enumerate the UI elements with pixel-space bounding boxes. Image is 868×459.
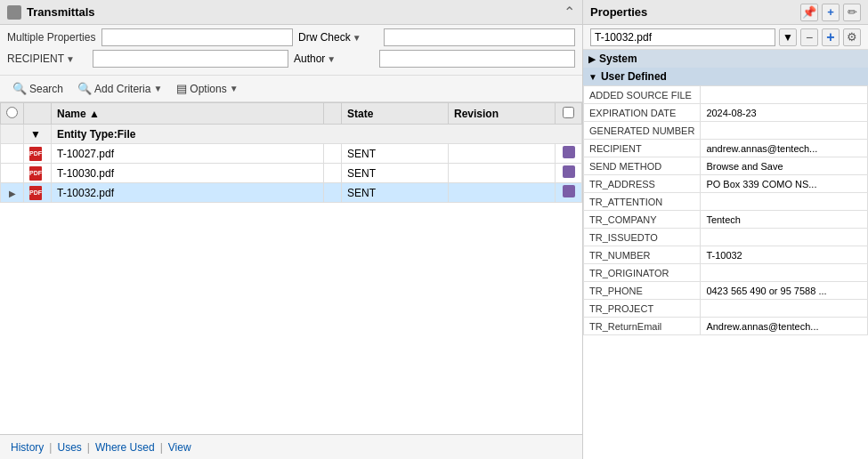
file-state: SENT	[342, 144, 449, 164]
section-user-defined[interactable]: ▼ User Defined	[583, 68, 868, 85]
prop-row: TR_ATTENTION	[584, 193, 868, 211]
prop-row: TR_ORIGINATOR	[584, 264, 868, 282]
file-name[interactable]: T-10027.pdf	[52, 144, 324, 164]
prop-value-13[interactable]: Andrew.annas@tentech...	[701, 318, 868, 335]
prop-row: GENERATED NUMBER	[584, 122, 868, 140]
prop-name-2: GENERATED NUMBER	[584, 122, 701, 140]
section-user-defined-label: User Defined	[601, 70, 667, 83]
tab-history[interactable]: History	[7, 441, 47, 454]
col-name-header[interactable]: Name ▲	[52, 103, 324, 125]
prop-value-6[interactable]	[701, 193, 868, 211]
prop-name-1: EXPIRATION DATE	[584, 104, 701, 122]
prop-name-6: TR_ATTENTION	[584, 193, 701, 211]
recipient-label: RECIPIENT ▼	[7, 52, 87, 65]
prop-value-0[interactable]	[701, 86, 868, 104]
tab-where-used[interactable]: Where Used	[92, 441, 158, 454]
file-name[interactable]: T-10030.pdf	[52, 164, 324, 183]
options-button[interactable]: ▤ Options ▼	[171, 80, 243, 97]
drw-check-arrow[interactable]: ▼	[353, 33, 361, 43]
props-table-container: ▶ System ▼ User Defined ADDED SOURCE FIL…	[583, 50, 868, 459]
add-criteria-button[interactable]: 🔍 Add Criteria ▼	[72, 80, 167, 97]
prop-name-7: TR_COMPANY	[584, 211, 701, 229]
selector-dropdown-btn[interactable]: ▼	[779, 28, 797, 46]
add-button[interactable]: +	[822, 4, 840, 21]
prop-row: TR_NUMBER T-10032	[584, 246, 868, 264]
add-criteria-arrow: ▼	[153, 84, 162, 93]
search-button[interactable]: 🔍 Search	[7, 80, 69, 97]
table-row[interactable]: PDF T-10030.pdf SENT	[1, 164, 582, 183]
props-title: Properties	[590, 5, 647, 19]
pdf-icon: PDF	[29, 147, 42, 161]
action-square[interactable]	[563, 185, 575, 197]
selector-action-btn[interactable]: ⚙	[843, 28, 861, 46]
author-input[interactable]	[379, 50, 575, 68]
prop-name-13: TR_ReturnEmail	[584, 318, 701, 335]
prop-value-12[interactable]	[701, 300, 868, 318]
left-panel: Transmittals ⌃ Multiple Properties Drw C…	[0, 0, 583, 459]
author-arrow[interactable]: ▼	[327, 54, 336, 64]
prop-row: TR_ReturnEmail Andrew.annas@tentech...	[584, 318, 868, 335]
row-expand-arrow[interactable]: ▶	[9, 189, 16, 198]
prop-value-4[interactable]: Browse and Save	[701, 157, 868, 175]
prop-name-0: ADDED SOURCE FILE	[584, 86, 701, 104]
action-square[interactable]	[563, 146, 575, 158]
prop-value-8[interactable]	[701, 229, 868, 246]
col-state-header[interactable]: State	[342, 103, 449, 125]
prop-value-2[interactable]	[701, 122, 868, 140]
tab-uses[interactable]: Uses	[53, 441, 85, 454]
table-row[interactable]: ▶ PDF T-10032.pdf SENT	[1, 183, 582, 203]
right-panel: Properties 📌 + ✏ T-10032.pdf ▼ − + ⚙ ▶ S…	[583, 0, 868, 459]
multiple-properties-label: Multiple Properties	[7, 31, 96, 44]
file-name[interactable]: T-10032.pdf	[52, 183, 324, 203]
system-toggle-icon: ▶	[588, 54, 596, 64]
prop-value-7[interactable]: Tentech	[701, 211, 868, 229]
prop-value-1[interactable]: 2024-08-23	[701, 104, 868, 122]
col-action-checkbox[interactable]	[563, 107, 574, 118]
toolbar: 🔍 Search 🔍 Add Criteria ▼ ▤ Options ▼	[0, 76, 582, 102]
section-system[interactable]: ▶ System	[583, 50, 868, 68]
col-revision-header[interactable]: Revision	[449, 103, 556, 125]
edit-button[interactable]: ✏	[843, 4, 861, 21]
props-title-icons: 📌 + ✏	[800, 4, 861, 21]
select-all-radio[interactable]	[6, 107, 18, 118]
props-title-bar: Properties 📌 + ✏	[583, 0, 868, 25]
col-check-header[interactable]	[1, 103, 24, 125]
prop-row: TR_ADDRESS PO Box 339 COMO NS...	[584, 175, 868, 193]
drw-check-label: Drw Check ▼	[298, 31, 378, 44]
section-system-label: System	[599, 52, 637, 65]
prop-value-9[interactable]: T-10032	[701, 246, 868, 264]
table-container: Name ▲ State Revision ▼ Entity Type:Fi	[0, 102, 582, 434]
prop-value-10[interactable]	[701, 264, 868, 282]
selector-add-btn[interactable]: +	[822, 28, 840, 46]
prop-row: TR_PROJECT	[584, 300, 868, 318]
group-expand-icon[interactable]: ▼	[30, 128, 41, 141]
recipient-input[interactable]	[93, 50, 288, 68]
prop-row: ADDED SOURCE FILE	[584, 86, 868, 104]
pdf-icon: PDF	[29, 166, 42, 181]
tab-view[interactable]: View	[165, 441, 195, 454]
col-sort-header	[324, 103, 342, 125]
props-selector-bar: T-10032.pdf ▼ − + ⚙	[583, 25, 868, 50]
action-square[interactable]	[563, 165, 575, 178]
prop-row: TR_PHONE 0423 565 490 or 95 7588 ...	[584, 282, 868, 300]
prop-name-9: TR_NUMBER	[584, 246, 701, 264]
collapse-icon[interactable]: ⌃	[564, 4, 575, 20]
multiple-properties-input[interactable]	[101, 28, 293, 46]
criteria-row-1: Multiple Properties Drw Check ▼	[7, 28, 575, 46]
pin-button[interactable]: 📌	[800, 4, 818, 21]
table-row[interactable]: PDF T-10027.pdf SENT	[1, 144, 582, 164]
add-criteria-icon: 🔍	[77, 82, 92, 95]
drw-check-input[interactable]	[384, 28, 575, 46]
recipient-arrow[interactable]: ▼	[66, 54, 75, 64]
file-selector-input[interactable]: T-10032.pdf	[590, 28, 775, 46]
transmittals-icon	[7, 5, 21, 20]
prop-name-8: TR_ISSUEDTO	[584, 229, 701, 246]
prop-value-3[interactable]: andrew.annas@tentech...	[701, 140, 868, 157]
prop-name-10: TR_ORIGINATOR	[584, 264, 701, 282]
criteria-area: Multiple Properties Drw Check ▼ RECIPIEN…	[0, 25, 582, 76]
title-bar: Transmittals ⌃	[0, 0, 582, 25]
prop-value-5[interactable]: PO Box 339 COMO NS...	[701, 175, 868, 193]
prop-value-11[interactable]: 0423 565 490 or 95 7588 ...	[701, 282, 868, 300]
selector-minus-btn[interactable]: −	[800, 28, 818, 46]
prop-name-11: TR_PHONE	[584, 282, 701, 300]
